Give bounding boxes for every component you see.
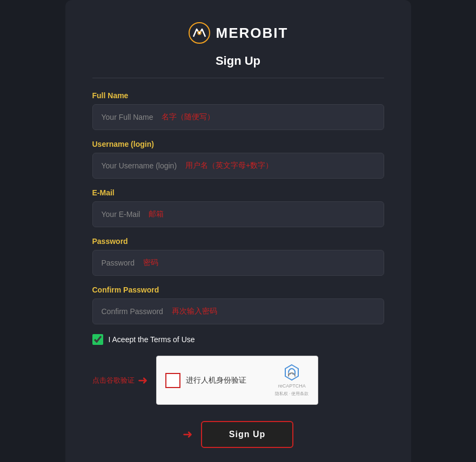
username-placeholder: Your Username (login) (102, 161, 177, 170)
email-placeholder: Your E-Mail (102, 210, 140, 219)
captcha-area: 点击谷歌验证 ➜ 进行人机身份验证 reCAPTCHA 隐私权 · 使用条款 (92, 356, 384, 405)
captcha-box[interactable]: 进行人机身份验证 reCAPTCHA 隐私权 · 使用条款 (156, 356, 318, 405)
terms-label: I Aceept the Terms of Use (109, 335, 195, 344)
full-name-annotation: 名字（随便写） (162, 112, 214, 122)
captcha-arrow-icon: ➜ (138, 373, 148, 388)
captcha-annotation-text: 点击谷歌验证 (92, 376, 135, 385)
password-annotation: 密码 (143, 258, 158, 268)
captcha-right: reCAPTCHA 隐私权 · 使用条款 (275, 364, 309, 397)
recaptcha-brand-text: reCAPTCHA (278, 383, 306, 389)
captcha-annotation-group: 点击谷歌验证 ➜ (92, 373, 148, 388)
username-group: Username (login) Your Username (login) 用… (92, 140, 384, 179)
email-input-wrapper[interactable]: Your E-Mail 邮箱 (92, 201, 384, 227)
full-name-group: Full Name Your Full Name 名字（随便写） (92, 91, 384, 130)
captcha-square[interactable] (165, 373, 180, 388)
email-group: E-Mail Your E-Mail 邮箱 (92, 188, 384, 227)
recaptcha-logo-icon (283, 364, 300, 381)
password-label: Password (92, 237, 384, 246)
username-input-wrapper[interactable]: Your Username (login) 用户名（英文字母+数字） (92, 153, 384, 179)
page-title: Sign Up (92, 54, 384, 68)
logo-text: MEROBIT (216, 25, 289, 42)
logo-area: MEROBIT (92, 22, 384, 44)
signup-arrow-icon: ➜ (183, 427, 192, 441)
captcha-checkbox-area: 进行人机身份验证 (165, 373, 246, 388)
confirm-password-group: Confirm Password Confirm Password 再次输入密码 (92, 286, 384, 324)
title-divider (92, 78, 384, 78)
signup-button[interactable]: Sign Up (201, 421, 293, 448)
terms-checkbox[interactable] (92, 334, 103, 345)
confirm-password-input-wrapper[interactable]: Confirm Password 再次输入密码 (92, 298, 384, 324)
signup-btn-row: ➜ Sign Up (92, 421, 384, 448)
recaptcha-links-text: 隐私权 · 使用条款 (275, 391, 309, 397)
email-annotation: 邮箱 (149, 209, 164, 219)
confirm-password-placeholder: Confirm Password (102, 307, 163, 316)
full-name-placeholder: Your Full Name (102, 113, 153, 121)
username-label: Username (login) (92, 140, 384, 148)
terms-row: I Aceept the Terms of Use (92, 334, 384, 345)
confirm-password-label: Confirm Password (92, 286, 384, 294)
full-name-input-wrapper[interactable]: Your Full Name 名字（随便写） (92, 104, 384, 130)
password-group: Password Password 密码 (92, 237, 384, 276)
captcha-label-text: 进行人机身份验证 (186, 376, 246, 385)
confirm-password-annotation: 再次输入密码 (172, 307, 217, 316)
full-name-label: Full Name (92, 91, 384, 100)
merobit-logo-icon (188, 22, 211, 44)
email-label: E-Mail (92, 188, 384, 197)
password-placeholder: Password (102, 259, 135, 267)
password-input-wrapper[interactable]: Password 密码 (92, 250, 384, 276)
signup-card: MEROBIT Sign Up Full Name Your Full Name… (65, 0, 411, 462)
username-annotation: 用户名（英文字母+数字） (185, 161, 273, 171)
